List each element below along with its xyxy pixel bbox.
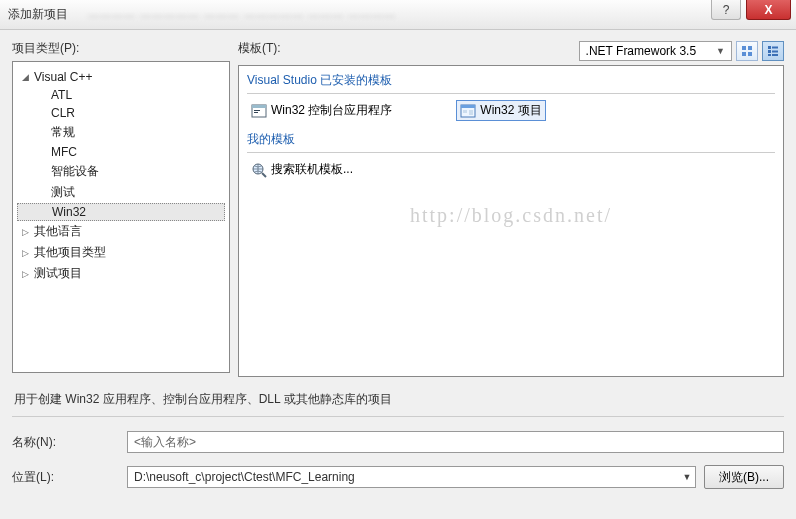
svg-rect-2 <box>742 52 746 56</box>
location-label: 位置(L): <box>12 469 117 486</box>
location-row: 位置(L): D:\neusoft_c\project\Ctest\MFC_Le… <box>12 465 784 489</box>
location-value: D:\neusoft_c\project\Ctest\MFC_Learning <box>128 468 679 486</box>
my-templates-label: 我的模板 <box>247 131 775 148</box>
project-types-column: 项目类型(P): ◢ Visual C++ ATL CLR 常规 MFC 智能设… <box>12 40 230 377</box>
tree-label: Visual C++ <box>34 70 92 84</box>
name-label: 名称(N): <box>12 434 117 451</box>
svg-rect-6 <box>768 50 771 53</box>
svg-rect-9 <box>772 54 778 56</box>
tree-item-mfc[interactable]: MFC <box>17 143 225 161</box>
project-types-tree[interactable]: ◢ Visual C++ ATL CLR 常规 MFC 智能设备 测试 Win3… <box>12 61 230 373</box>
tree-item-general[interactable]: 常规 <box>17 122 225 143</box>
template-label: 搜索联机模板... <box>271 161 353 178</box>
framework-value: .NET Framework 3.5 <box>586 44 696 58</box>
tree-item-visual-cpp[interactable]: ◢ Visual C++ <box>17 68 225 86</box>
name-row: 名称(N): <box>12 431 784 453</box>
svg-rect-3 <box>748 52 752 56</box>
tree-item-smart-device[interactable]: 智能设备 <box>17 161 225 182</box>
project-types-label: 项目类型(P): <box>12 40 230 57</box>
tree-collapse-icon[interactable]: ◢ <box>21 73 30 82</box>
templates-header: 模板(T): .NET Framework 3.5 ▼ <box>238 40 784 61</box>
template-label: Win32 项目 <box>480 102 541 119</box>
svg-rect-17 <box>469 110 473 115</box>
svg-rect-11 <box>252 105 266 108</box>
divider <box>247 93 775 94</box>
svg-rect-12 <box>254 110 260 111</box>
tree-item-test-projects[interactable]: ▷ 测试项目 <box>17 263 225 284</box>
svg-rect-7 <box>772 50 778 52</box>
watermark-text: http://blog.csdn.net/ <box>410 203 612 226</box>
location-combobox[interactable]: D:\neusoft_c\project\Ctest\MFC_Learning … <box>127 466 696 488</box>
chevron-down-icon: ▼ <box>716 46 725 56</box>
console-app-icon <box>251 103 267 119</box>
tree-item-clr[interactable]: CLR <box>17 104 225 122</box>
titlebar: 添加新项目 ———— ————— ——— ————— ——— ———— ? X <box>0 0 796 30</box>
search-online-icon <box>251 162 267 178</box>
svg-rect-15 <box>461 105 475 108</box>
svg-rect-1 <box>748 46 752 50</box>
chevron-down-icon[interactable]: ▼ <box>679 472 695 482</box>
tree-item-test[interactable]: 测试 <box>17 182 225 203</box>
template-label: Win32 控制台应用程序 <box>271 102 392 119</box>
svg-rect-4 <box>768 46 771 49</box>
svg-rect-8 <box>768 54 771 56</box>
svg-line-19 <box>262 173 266 177</box>
titlebar-blur-text: ———— ————— ——— ————— ——— ———— <box>88 9 396 21</box>
framework-dropdown[interactable]: .NET Framework 3.5 ▼ <box>579 41 732 61</box>
view-small-icons-button[interactable] <box>762 41 784 61</box>
view-large-icons-button[interactable] <box>736 41 758 61</box>
svg-rect-0 <box>742 46 746 50</box>
templates-panel[interactable]: Visual Studio 已安装的模板 Win32 控制台应用程序 Win32… <box>238 65 784 377</box>
templates-column: 模板(T): .NET Framework 3.5 ▼ Visual Studi… <box>238 40 784 377</box>
description-bar: 用于创建 Win32 应用程序、控制台应用程序、DLL 或其他静态库的项目 <box>12 383 784 417</box>
divider <box>247 152 775 153</box>
template-row: Win32 控制台应用程序 Win32 项目 <box>247 100 775 121</box>
form-area: 名称(N): 位置(L): D:\neusoft_c\project\Ctest… <box>12 431 784 501</box>
svg-rect-5 <box>772 46 778 48</box>
tree-item-atl[interactable]: ATL <box>17 86 225 104</box>
framework-controls: .NET Framework 3.5 ▼ <box>579 41 784 61</box>
tree-item-other-languages[interactable]: ▷ 其他语言 <box>17 221 225 242</box>
name-input[interactable] <box>127 431 784 453</box>
template-win32-project[interactable]: Win32 项目 <box>456 100 545 121</box>
template-win32-console[interactable]: Win32 控制台应用程序 <box>247 100 396 121</box>
tree-expand-icon[interactable]: ▷ <box>21 248 30 257</box>
dialog-content: 项目类型(P): ◢ Visual C++ ATL CLR 常规 MFC 智能设… <box>0 30 796 519</box>
installed-templates-label: Visual Studio 已安装的模板 <box>247 72 775 89</box>
templates-label: 模板(T): <box>238 40 281 57</box>
tree-item-other-project-types[interactable]: ▷ 其他项目类型 <box>17 242 225 263</box>
browse-button[interactable]: 浏览(B)... <box>704 465 784 489</box>
tree-item-win32[interactable]: Win32 <box>17 203 225 221</box>
svg-rect-16 <box>463 110 467 113</box>
top-row: 项目类型(P): ◢ Visual C++ ATL CLR 常规 MFC 智能设… <box>12 40 784 377</box>
close-button[interactable]: X <box>746 0 791 20</box>
svg-rect-13 <box>254 112 258 113</box>
tree-expand-icon[interactable]: ▷ <box>21 227 30 236</box>
help-button[interactable]: ? <box>711 0 741 20</box>
win32-project-icon <box>460 103 476 119</box>
window-title: 添加新项目 <box>8 6 68 23</box>
template-search-online[interactable]: 搜索联机模板... <box>247 159 775 180</box>
tree-expand-icon[interactable]: ▷ <box>21 269 30 278</box>
